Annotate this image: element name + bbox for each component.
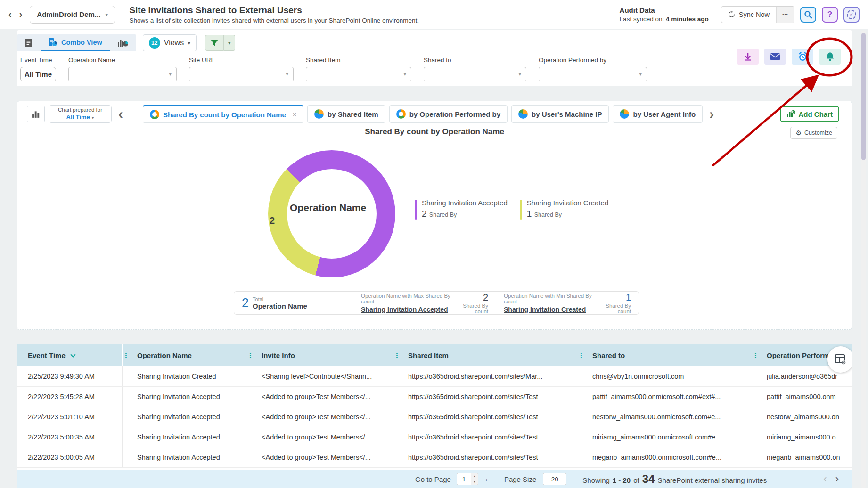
event-time-value-button[interactable]: All Time <box>20 67 56 81</box>
pie-chart-icon <box>314 109 324 119</box>
column-header-operation-name[interactable]: ⋮ Operation Name <box>123 344 247 366</box>
chevron-down-icon: ▾ <box>639 71 642 77</box>
add-chart-icon <box>786 110 795 118</box>
legend-swatch <box>415 200 417 220</box>
filter-dropdown-button[interactable]: ▾ <box>224 35 235 51</box>
sync-icon <box>728 11 735 18</box>
sync-now-button[interactable]: Sync Now <box>721 7 776 23</box>
table-row[interactable]: 2/22/2023 5:00:05 AM Sharing Invitation … <box>17 447 852 468</box>
page-spinner[interactable]: ▴ ▾ <box>471 473 478 485</box>
legend-swatch <box>520 200 522 220</box>
operation-performed-by-select[interactable]: ▾ <box>539 67 647 81</box>
prev-page-icon[interactable]: ‹ <box>823 473 827 485</box>
min-operation-link[interactable]: Sharing Invitation Created <box>504 306 595 313</box>
workspace-dropdown[interactable]: AdminDroid Dem... ▾ <box>30 6 115 24</box>
last-synced-text: Last synced on: 4 minutes ago <box>620 16 709 23</box>
table-row[interactable]: 2/22/2023 5:01:10 AM Sharing Invitation … <box>17 407 852 427</box>
audit-data-label: Audit Data <box>620 6 709 14</box>
mail-icon <box>770 53 780 61</box>
column-menu-icon[interactable]: ⋮ <box>123 351 130 360</box>
grid-view-button[interactable] <box>17 34 41 51</box>
chart-type-button[interactable] <box>27 106 45 122</box>
column-header-invite-info[interactable]: ⋮ Invite Info <box>247 344 393 366</box>
workspace-name: AdminDroid Dem... <box>37 10 100 18</box>
add-chart-button[interactable]: Add Chart <box>780 106 840 122</box>
question-icon: ? <box>827 10 832 19</box>
column-header-shared-to[interactable]: ⋮ Shared to <box>578 344 752 366</box>
email-button[interactable] <box>764 49 786 65</box>
table-row[interactable]: 2/22/2023 5:00:35 AM Sharing Invitation … <box>17 427 852 447</box>
column-header-shared-item[interactable]: ⋮ Shared Item <box>393 344 578 366</box>
go-back-arrow-icon[interactable]: ← <box>484 474 492 484</box>
vertical-scrollbar[interactable] <box>861 30 866 488</box>
chart-tab-by-shared-item[interactable]: by Shared Item <box>307 105 385 123</box>
views-dropdown-button[interactable]: 12 Views ▾ <box>143 34 197 51</box>
page-size-input[interactable]: 20 <box>543 473 566 485</box>
chart-view-button[interactable] <box>110 34 136 51</box>
health-check-button[interactable]: ✓ <box>843 7 860 23</box>
forward-icon[interactable]: › <box>19 9 23 20</box>
alert-button[interactable] <box>819 49 841 65</box>
report-controls-panel: Combo View 12 Views ▾ ▾ Event Time All T… <box>17 30 852 86</box>
filter-shared-item: Shared Item ▾ <box>306 57 411 81</box>
sort-desc-icon <box>70 352 75 357</box>
spin-up-icon[interactable]: ▴ <box>471 473 478 479</box>
page-number-input[interactable]: 1 ▴ ▾ <box>457 473 478 485</box>
views-count-badge: 12 <box>149 37 160 49</box>
page-size-label: Page Size <box>504 475 536 483</box>
search-button[interactable] <box>800 7 816 23</box>
shared-to-select[interactable]: ▾ <box>424 67 526 81</box>
close-icon[interactable]: × <box>293 111 296 118</box>
shared-item-select[interactable]: ▾ <box>306 67 411 81</box>
tabs-scroll-left-icon[interactable]: ‹ <box>115 107 126 121</box>
prepared-for-value: All Time ▾ <box>66 114 94 121</box>
chart-tab-shared-by-operation-name[interactable]: Shared By count by Operation Name × <box>143 105 303 123</box>
table-footer: Go to Page 1 ▴ ▾ ← Page Size 20 Showing … <box>17 470 852 488</box>
stat-min-shared-by: Operation Name with Min Shared By count … <box>496 294 639 311</box>
donut-chart-icon <box>150 110 159 119</box>
chevron-down-icon: ▾ <box>169 71 172 77</box>
chevron-down-icon: ▾ <box>403 71 406 77</box>
combo-view-button[interactable]: Combo View <box>41 34 110 51</box>
next-page-icon[interactable]: › <box>835 473 839 485</box>
chevron-down-icon: ▾ <box>105 11 108 18</box>
chart-prepared-for-dropdown[interactable]: Chart prepared for All Time ▾ <box>49 105 112 123</box>
chart-title: Shared By count by Operation Name <box>17 127 852 137</box>
column-menu-icon[interactable]: ⋮ <box>247 351 254 360</box>
chart-legend: Sharing Invitation Accepted 2 Shared By … <box>415 199 608 220</box>
back-icon[interactable]: ‹ <box>8 9 12 20</box>
column-settings-button[interactable] <box>827 346 852 373</box>
table-row[interactable]: 2/22/2023 5:45:28 AM Sharing Invitation … <box>17 387 852 407</box>
tabs-scroll-right-icon[interactable]: › <box>706 107 717 121</box>
check-circle-icon: ✓ <box>847 10 856 19</box>
table-row[interactable]: 2/25/2023 9:49:30 AM Sharing Invitation … <box>17 366 852 387</box>
operation-name-select[interactable]: ▾ <box>68 67 177 81</box>
pie-chart-icon <box>518 109 528 119</box>
scrollbar-thumb[interactable] <box>861 33 866 160</box>
spin-down-icon[interactable]: ▾ <box>471 479 478 485</box>
chart-tab-by-operation-performed-by[interactable]: by Operation Performed by <box>389 105 508 123</box>
last-synced-value: 4 minutes ago <box>666 16 709 23</box>
schedule-button[interactable] <box>792 49 813 65</box>
download-icon <box>743 52 753 61</box>
download-button[interactable] <box>737 49 759 65</box>
site-url-select[interactable]: ▾ <box>189 67 294 81</box>
sync-more-button[interactable]: ••• <box>776 7 794 23</box>
column-menu-icon[interactable]: ⋮ <box>752 351 759 360</box>
chart-stats-bar: 2 Total Operation Name Operation Name wi… <box>234 291 639 315</box>
alarm-clock-icon <box>798 52 808 62</box>
page-title: Site Invitations Shared to External User… <box>129 5 419 16</box>
max-operation-link[interactable]: Sharing Invitation Accepted <box>361 306 453 313</box>
chevron-down-icon: ▾ <box>91 115 94 120</box>
topbar: ‹ › AdminDroid Dem... ▾ Site Invitations… <box>0 0 868 29</box>
column-menu-icon[interactable]: ⋮ <box>393 351 401 360</box>
help-button[interactable]: ? <box>822 7 838 23</box>
column-header-event-time[interactable]: Event Time <box>17 344 123 366</box>
chart-tab-by-users-machine-ip[interactable]: by User's Machine IP <box>511 105 609 123</box>
legend-item-created[interactable]: Sharing Invitation Created 1 Shared By <box>520 199 608 220</box>
column-menu-icon[interactable]: ⋮ <box>578 351 585 360</box>
chart-tab-by-user-agent-info[interactable]: by User Agent Info <box>613 105 703 123</box>
filter-label: Shared Item <box>306 57 411 64</box>
legend-item-accepted[interactable]: Sharing Invitation Accepted 2 Shared By <box>415 199 508 220</box>
filter-button[interactable] <box>205 35 224 51</box>
